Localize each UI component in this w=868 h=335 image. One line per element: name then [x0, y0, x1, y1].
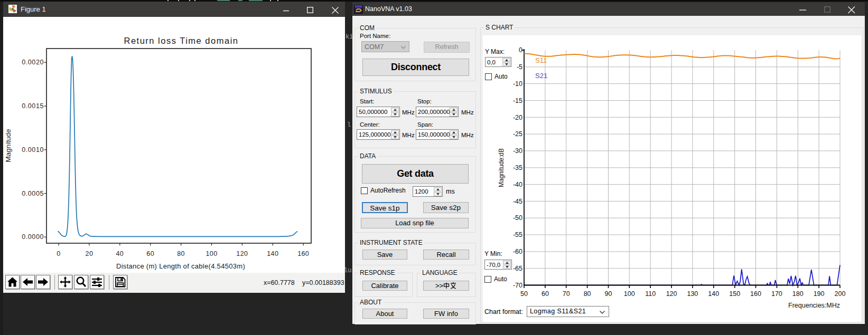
svg-text:130: 130	[687, 290, 698, 298]
svg-text:100: 100	[206, 250, 217, 257]
svg-text:200: 200	[835, 290, 846, 298]
svg-text:-20: -20	[513, 114, 522, 121]
svg-text:90: 90	[605, 290, 612, 298]
svg-text:-15: -15	[513, 97, 522, 104]
svg-text:110: 110	[645, 290, 656, 298]
svg-text:-65: -65	[513, 265, 522, 272]
svg-text:140: 140	[267, 250, 278, 257]
svg-text:-25: -25	[513, 130, 522, 138]
svg-text:60: 60	[542, 290, 549, 298]
svg-text:Distance (m) Length of cable(4: Distance (m) Length of cable(4.54503m)	[116, 262, 245, 270]
svg-text:-10: -10	[513, 80, 522, 88]
svg-text:80: 80	[177, 250, 185, 257]
svg-text:190: 190	[814, 290, 825, 298]
svg-text:170: 170	[771, 290, 782, 298]
svg-text:20: 20	[86, 250, 94, 257]
svg-text:-70: -70	[513, 282, 522, 289]
svg-text:0.0005: 0.0005	[22, 190, 44, 197]
svg-text:S11: S11	[535, 56, 547, 64]
svg-text:0: 0	[57, 250, 60, 257]
svg-text:Frequencies:MHz: Frequencies:MHz	[788, 302, 840, 309]
svg-text:40: 40	[116, 250, 124, 257]
svg-text:70: 70	[563, 290, 570, 298]
svg-text:-60: -60	[513, 248, 522, 255]
svg-text:-45: -45	[513, 198, 522, 205]
svg-text:-30: -30	[513, 147, 522, 155]
svg-text:Magnitude: Magnitude	[4, 129, 12, 162]
svg-text:180: 180	[792, 290, 804, 298]
svg-text:S21: S21	[535, 72, 547, 80]
svg-text:160: 160	[750, 290, 761, 298]
svg-text:100: 100	[624, 290, 635, 298]
svg-text:160: 160	[297, 250, 309, 257]
svg-text:-55: -55	[513, 231, 522, 238]
svg-text:Return loss Time domain: Return loss Time domain	[124, 36, 239, 45]
svg-text:0.0010: 0.0010	[22, 146, 44, 154]
svg-text:0.0020: 0.0020	[22, 59, 44, 66]
svg-text:120: 120	[666, 290, 677, 298]
svg-text:-40: -40	[513, 181, 522, 188]
svg-text:-5: -5	[517, 63, 522, 71]
svg-text:0: 0	[519, 46, 522, 54]
svg-text:150: 150	[729, 290, 740, 298]
svg-text:50: 50	[520, 290, 528, 298]
svg-text:140: 140	[708, 290, 719, 298]
svg-text:0.0015: 0.0015	[22, 102, 44, 110]
svg-text:-35: -35	[513, 164, 522, 171]
svg-text:80: 80	[584, 290, 591, 298]
svg-text:Magnitude:dB: Magnitude:dB	[498, 148, 505, 187]
svg-text:60: 60	[146, 250, 154, 257]
svg-text:0.0000: 0.0000	[22, 233, 44, 241]
svg-text:120: 120	[236, 250, 248, 257]
svg-text:-50: -50	[513, 214, 522, 222]
